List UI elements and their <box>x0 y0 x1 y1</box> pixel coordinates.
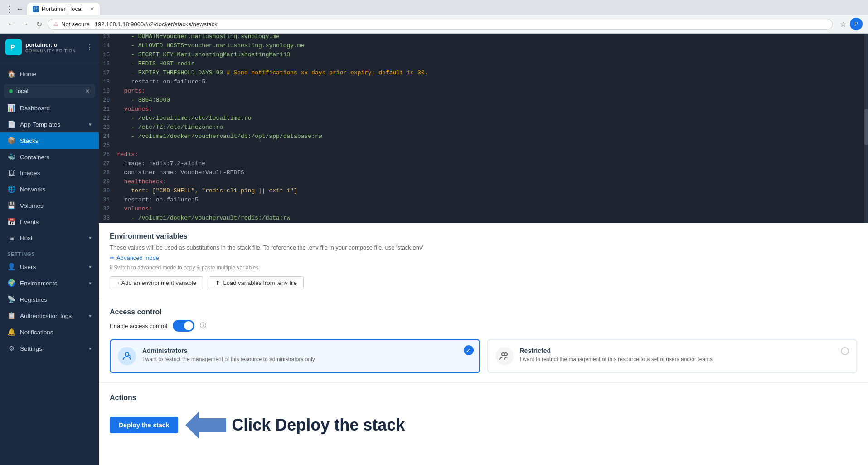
address-bar[interactable]: ⚠ Not secure 192.168.1.18:9000/#/2/docke… <box>48 19 833 30</box>
restricted-icon <box>495 347 514 365</box>
restricted-body: Restricted I want to restrict the manage… <box>520 347 835 362</box>
reload-btn[interactable]: ↻ <box>34 18 44 30</box>
networks-icon: 🌐 <box>7 185 15 193</box>
users-icon: 👤 <box>7 263 15 271</box>
env-section-desc: These values will be used as substitutio… <box>110 244 857 251</box>
sidebar-item-stacks[interactable]: 📦 Stacks <box>0 132 99 149</box>
notifications-icon: 🔔 <box>7 328 15 336</box>
deploy-area: Deploy the stack Click Deploy the stack <box>110 409 857 441</box>
tab-favicon: P <box>33 6 39 12</box>
sidebar-header: P portainer.io COMMUNITY EDITION ⋮ <box>0 33 99 62</box>
info-icon: ℹ <box>110 264 112 271</box>
add-env-variable-btn[interactable]: + Add an environment variable <box>110 276 203 289</box>
endpoint-item[interactable]: local ✕ <box>4 84 95 98</box>
sidebar-item-events-label: Events <box>20 219 39 225</box>
access-card-restricted[interactable]: Restricted I want to restrict the manage… <box>487 339 858 373</box>
code-line-19: 19 ports: <box>99 87 868 96</box>
administrators-icon <box>118 347 136 365</box>
actions-section: Actions Deploy the stack Click Deploy th… <box>99 383 868 452</box>
sidebar-item-auth-logs[interactable]: 📋 Authentication logs ▾ <box>0 308 99 324</box>
sidebar-item-environments[interactable]: 🌍 Environments ▾ <box>0 275 99 291</box>
access-control-toggle[interactable] <box>173 320 194 332</box>
svg-point-4 <box>504 353 507 356</box>
code-line-16: 16 - REDIS_HOST=redis <box>99 60 868 69</box>
browser-chrome: ⋮ ← P Portainer | local ✕ ← → ↻ ⚠ Not se… <box>0 0 868 34</box>
containers-icon: 🐳 <box>7 153 15 161</box>
tab-close-btn[interactable]: ✕ <box>90 6 94 12</box>
sidebar-item-app-templates-label: App Templates <box>20 121 60 128</box>
arrow-annotation: Click Deploy the stack <box>185 409 405 441</box>
logo-icon: P <box>5 39 22 55</box>
browser-tab[interactable]: P Portainer | local ✕ <box>27 3 100 15</box>
sidebar-item-settings[interactable]: ⚙ Settings ▾ <box>0 340 99 357</box>
sidebar-item-notifications-label: Notifications <box>20 329 53 336</box>
env-buttons-row: + Add an environment variable ⬆ Load var… <box>110 276 857 289</box>
sidebar-item-containers[interactable]: 🐳 Containers <box>0 149 99 165</box>
code-line-22: 22 - /etc/localtime:/etc/localtime:ro <box>99 114 868 123</box>
volumes-icon: 💾 <box>7 201 15 210</box>
access-card-administrators[interactable]: Administrators I want to restrict the ma… <box>110 339 480 373</box>
users-arrow: ▾ <box>89 264 92 270</box>
tab-title: Portainer | local <box>42 5 82 12</box>
sidebar-item-stacks-label: Stacks <box>20 137 39 144</box>
host-icon: 🖥 <box>7 234 15 242</box>
sidebar-item-images-label: Images <box>20 170 40 176</box>
profile-btn[interactable]: P <box>850 18 863 30</box>
code-line-30: 30 test: ["CMD-SHELL", "redis-cli ping |… <box>99 187 868 196</box>
load-env-file-btn[interactable]: ⬆ Load variables from .env file <box>209 276 304 289</box>
app-wrapper: P portainer.io COMMUNITY EDITION ⋮ 🏠 Hom… <box>0 33 868 465</box>
endpoint-close-btn[interactable]: ✕ <box>85 88 90 94</box>
annotation-arrow <box>185 409 226 441</box>
code-line-26: 26 redis: <box>99 151 868 160</box>
sidebar-item-volumes[interactable]: 💾 Volumes <box>0 197 99 214</box>
administrators-selected-check: ✓ <box>464 345 474 355</box>
sidebar-item-images[interactable]: 🖼 Images <box>0 165 99 181</box>
code-line-29: 29 healthcheck: <box>99 178 868 187</box>
sidebar-item-users[interactable]: 👤 Users ▾ <box>0 259 99 275</box>
code-editor: 13 - DOMAIN=voucher.mariushosting.synolo… <box>99 33 868 223</box>
sidebar-item-users-label: Users <box>20 264 36 270</box>
sidebar-item-networks[interactable]: 🌐 Networks <box>0 181 99 197</box>
browser-menu[interactable]: ⋮ <box>5 4 14 14</box>
endpoint-status-dot <box>9 89 13 93</box>
code-line-28: 28 container_name: VoucherVault-REDIS <box>99 169 868 178</box>
sidebar-item-host[interactable]: 🖥 Host ▾ <box>0 230 99 246</box>
administrators-desc: I want to restrict the management of thi… <box>142 356 472 362</box>
env-section-title: Environment variables <box>110 232 857 240</box>
access-control-section: Access control Enable access control ⓘ <box>99 299 868 383</box>
code-line-24: 24 - /volume1/docker/vouchervault/db:/op… <box>99 132 868 142</box>
restricted-title: Restricted <box>520 347 835 354</box>
sidebar-item-volumes-label: Volumes <box>20 202 44 209</box>
code-scrollbar-thumb[interactable] <box>864 109 868 145</box>
browser-back-top[interactable]: ← <box>16 5 24 13</box>
endpoint-name: local <box>16 88 82 94</box>
sidebar-item-app-templates[interactable]: 📄 App Templates ▾ <box>0 116 99 132</box>
code-line-20: 20 - 8864:8000 <box>99 96 868 105</box>
sidebar-item-home[interactable]: 🏠 Home <box>0 66 99 82</box>
sidebar-collapse-btn[interactable]: ⋮ <box>86 43 93 52</box>
back-btn[interactable]: ← <box>5 18 16 30</box>
code-line-13: 13 - DOMAIN=voucher.mariushosting.synolo… <box>99 33 868 42</box>
sidebar-item-registries[interactable]: 📡 Registries <box>0 291 99 308</box>
sidebar-item-dashboard[interactable]: 📊 Dashboard <box>0 100 99 116</box>
svg-point-2 <box>125 352 129 356</box>
forward-btn[interactable]: → <box>20 18 31 30</box>
sidebar-item-settings-label: Settings <box>20 345 42 352</box>
sidebar-item-events[interactable]: 📅 Events <box>0 214 99 230</box>
content-area: 13 - DOMAIN=voucher.mariushosting.synolo… <box>99 33 868 465</box>
sidebar-item-notifications[interactable]: 🔔 Notifications <box>0 324 99 340</box>
address-text: Not secure 192.168.1.18:9000/#/2/docker/… <box>61 21 218 28</box>
sidebar-item-environments-label: Environments <box>20 280 58 287</box>
upload-icon: ⬆ <box>215 279 220 286</box>
advanced-mode-link[interactable]: ✏ Advanced mode <box>110 255 159 261</box>
bookmark-btn[interactable]: ☆ <box>840 20 846 29</box>
code-scrollbar[interactable] <box>864 33 868 223</box>
events-icon: 📅 <box>7 218 15 226</box>
edit-icon: ✏ <box>110 255 115 261</box>
deploy-stack-btn[interactable]: Deploy the stack <box>110 417 178 433</box>
sidebar-item-networks-label: Networks <box>20 186 45 193</box>
code-line-25: 25 <box>99 142 868 151</box>
main-content: 13 - DOMAIN=voucher.mariushosting.synolo… <box>99 33 868 465</box>
tab-bar: ⋮ ← P Portainer | local ✕ <box>0 0 868 15</box>
sidebar-item-containers-label: Containers <box>20 154 49 161</box>
